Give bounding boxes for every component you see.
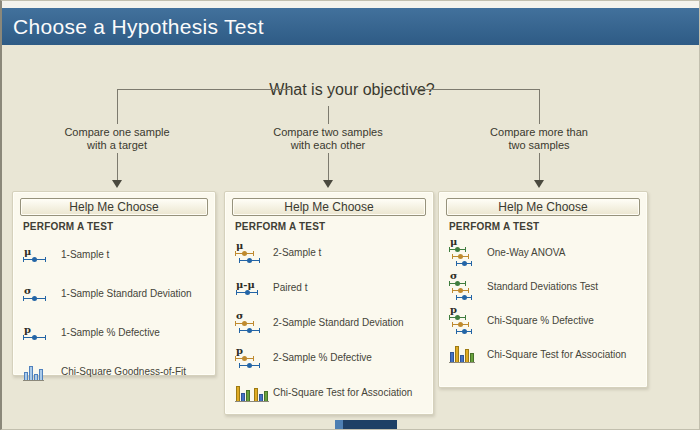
page-title-text: Choose a Hypothesis Test [13,15,264,38]
proportion-interval-plot-icon: p [23,325,53,341]
test-item-label: Chi-Square Test for Association [273,387,412,398]
test-item[interactable]: p1-Sample % Defective [23,313,209,352]
flow-line-right-stub-top [539,89,540,124]
flow-line-middle-stub-top [328,106,329,124]
test-item-label: Standard Deviations Test [487,281,598,292]
down-arrow-icon [112,180,122,188]
test-list: μOne-Way ANOVAσStandard Deviations Testp… [439,232,647,371]
bar-chart-icon [23,363,53,381]
test-panel-1: Help Me ChoosePERFORM A TESTμ1-Sample tσ… [12,191,216,376]
test-item[interactable]: μ-μPaired t [235,270,427,305]
greek-glyph: μ [236,241,265,250]
test-item[interactable]: σStandard Deviations Test [449,269,641,303]
flow-line-right-stub-bottom [539,153,540,180]
down-arrow-icon [323,180,333,188]
greek-glyph: μ [24,247,53,256]
test-item-label: 2-Sample Standard Deviation [273,317,404,328]
test-panel-2: Help Me ChoosePERFORM A TESTμ2-Sample tμ… [224,191,434,415]
greek-glyph: p [236,346,265,355]
test-item[interactable]: Chi-Square Test for Association [235,375,427,410]
branch-label-two-samples: Compare two samples with each other [253,126,403,151]
flow-line-left-stub-bottom [117,153,118,180]
perform-a-test-header: PERFORM A TEST [235,221,433,232]
branch-label-more-samples: Compare more than two samples [464,126,614,151]
bar-chart-icon [235,384,265,402]
assistant-window: Choose a Hypothesis Test What is your ob… [0,0,700,430]
test-item[interactable]: μOne-Way ANOVA [449,235,641,269]
greek-glyph: σ [24,286,53,295]
test-item-label: 1-Sample % Defective [61,327,160,338]
help-me-choose-button[interactable]: Help Me Choose [446,198,640,216]
test-item-label: Paired t [273,282,307,293]
greek-glyph: p [24,325,53,334]
test-item[interactable]: pChi-Square % Defective [449,303,641,337]
greek-glyph: σ [450,271,479,280]
greek-glyph: μ-μ [236,280,265,289]
greek-glyph: σ [236,311,265,320]
stdev-interval-plot-icon: σ [23,286,53,302]
window-top-strip [2,1,699,8]
perform-a-test-header: PERFORM A TEST [23,221,215,232]
test-item[interactable]: Chi-Square Goodness-of-Fit [23,352,209,391]
perform-a-test-header: PERFORM A TEST [449,221,647,232]
greek-glyph: μ [450,237,479,246]
flow-line-left-horizontal [117,89,290,90]
test-list: μ1-Sample tσ1-Sample Standard Deviationp… [13,232,215,391]
flow-line-middle-stub-bottom [328,153,329,180]
test-item-label: Chi-Square % Defective [487,315,594,326]
test-item-label: 2-Sample % Defective [273,352,372,363]
test-item[interactable]: p2-Sample % Defective [235,340,427,375]
greek-glyph: p [450,305,479,314]
test-item[interactable]: μ1-Sample t [23,235,209,274]
stdev-interval-plot-icon: σ [449,271,479,301]
mean-interval-plot-icon: μ [235,241,265,264]
test-item-label: 2-Sample t [273,247,321,258]
taskbar-peek [335,420,397,430]
test-item-label: 1-Sample t [61,249,109,260]
help-me-choose-button[interactable]: Help Me Choose [232,198,426,216]
page-title: Choose a Hypothesis Test [2,8,699,45]
test-item[interactable]: Chi-Square Test for Association [449,337,641,371]
stdev-interval-plot-icon: σ [235,311,265,334]
test-panel-3: Help Me ChoosePERFORM A TESTμOne-Way ANO… [438,191,648,388]
mean-interval-plot-icon: μ [449,237,479,267]
test-item[interactable]: σ2-Sample Standard Deviation [235,305,427,340]
test-item[interactable]: μ2-Sample t [235,235,427,270]
test-item-label: One-Way ANOVA [487,247,565,258]
down-arrow-icon [534,180,544,188]
branch-label-one-sample: Compare one sample with a target [42,126,192,151]
test-item-label: Chi-Square Test for Association [487,349,626,360]
proportion-interval-plot-icon: p [449,305,479,335]
flow-line-left-stub-top [117,89,118,124]
mean-interval-plot-icon: μ-μ [235,280,265,296]
bar-chart-icon [449,345,479,363]
proportion-interval-plot-icon: p [235,346,265,369]
test-item-label: Chi-Square Goodness-of-Fit [61,366,186,377]
flow-line-right-horizontal [414,89,540,90]
test-list: μ2-Sample tμ-μPaired tσ2-Sample Standard… [225,232,433,410]
help-me-choose-button[interactable]: Help Me Choose [20,198,208,216]
mean-interval-plot-icon: μ [23,247,53,263]
test-item-label: 1-Sample Standard Deviation [61,288,192,299]
objective-question: What is your objective? [242,81,462,99]
test-item[interactable]: σ1-Sample Standard Deviation [23,274,209,313]
